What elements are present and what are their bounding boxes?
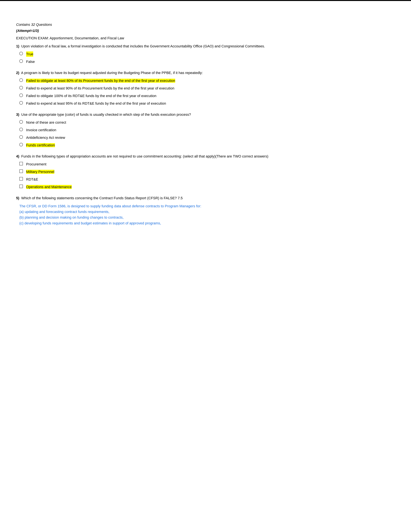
answer-5-line-1: The CFSR, or DD Form 1586, is designed t…: [19, 203, 395, 209]
option-q4-c[interactable]: RDT&E: [16, 177, 395, 182]
question-2-text: 2) A program is likely to have its budge…: [16, 70, 395, 76]
radio-q1-b[interactable]: [19, 59, 23, 63]
option-q3-a[interactable]: None of these are correct: [16, 120, 395, 125]
page-container: Contains 32 Questions (Attempt=1/3) EXEC…: [0, 0, 411, 532]
question-2: 2) A program is likely to have its budge…: [16, 70, 395, 106]
option-q2-d[interactable]: Failed to expend at least 95% of its RDT…: [16, 101, 395, 106]
option-q4-d[interactable]: Operations and Maintenance: [16, 184, 395, 190]
radio-q3-c[interactable]: [19, 135, 23, 139]
question-3-number: 3): [16, 113, 19, 116]
option-q3-d[interactable]: Funds certification: [16, 142, 395, 148]
question-4-text: 4) Funds in the following types of appro…: [16, 154, 395, 159]
checkbox-q4-b[interactable]: [19, 170, 23, 173]
option-q4-c-text: RDT&E: [26, 177, 38, 182]
question-5-text: 5) Which of the following statements con…: [16, 195, 395, 201]
question-4-number: 4): [16, 154, 19, 158]
radio-q3-d[interactable]: [19, 143, 23, 146]
top-border: [0, 0, 411, 1]
option-q2-c[interactable]: Failed to obligate 100% of its RDT&E fun…: [16, 93, 395, 98]
radio-q3-b[interactable]: [19, 128, 23, 131]
question-1-number: 1): [16, 44, 19, 48]
option-q4-d-text: Operations and Maintenance: [26, 184, 72, 190]
radio-q1-a[interactable]: [19, 52, 23, 55]
contains-label: Contains 32 Questions: [16, 23, 395, 27]
option-q3-b-text: Invoice certification: [26, 127, 56, 133]
option-q2-c-text: Failed to obligate 100% of its RDT&E fun…: [26, 93, 156, 98]
option-q3-c[interactable]: Antideficiency Act review: [16, 135, 395, 140]
option-q2-a-text: Failed to obligate at least 80% of its P…: [26, 78, 175, 83]
option-q1-a[interactable]: True: [16, 51, 395, 57]
content-area: Contains 32 Questions (Attempt=1/3) EXEC…: [16, 23, 395, 226]
question-5-answer: The CFSR, or DD Form 1586, is designed t…: [16, 203, 395, 226]
question-2-number: 2): [16, 71, 19, 75]
radio-q2-d[interactable]: [19, 101, 23, 105]
option-q1-a-text: True: [26, 51, 33, 57]
option-q1-b[interactable]: False: [16, 59, 395, 64]
option-q3-b[interactable]: Invoice certification: [16, 127, 395, 133]
radio-q3-a[interactable]: [19, 120, 23, 124]
option-q4-b-text: Military Personnel: [26, 169, 54, 174]
radio-q2-c[interactable]: [19, 94, 23, 97]
answer-5-line-3: (b) planning and decision making on fund…: [19, 215, 395, 220]
answer-5-line-2: (a) updating and forecasting contract fu…: [19, 209, 395, 215]
attempt-label: (Attempt=1/3): [16, 29, 395, 33]
question-1-text: 1) Upon violation of a fiscal law, a for…: [16, 44, 395, 49]
exam-title: EXECUTION EXAM: Apportionment, Documenta…: [16, 36, 395, 40]
option-q3-a-text: None of these are correct: [26, 120, 66, 125]
question-4: 4) Funds in the following types of appro…: [16, 154, 395, 190]
option-q2-b-text: Failed to expend at least 90% of its Pro…: [26, 86, 174, 91]
option-q1-b-text: False: [26, 59, 35, 64]
checkbox-q4-d[interactable]: [19, 185, 23, 188]
checkbox-q4-a[interactable]: [19, 162, 23, 165]
radio-q2-b[interactable]: [19, 86, 23, 89]
option-q2-a[interactable]: Failed to obligate at least 80% of its P…: [16, 78, 395, 83]
question-5-number: 5): [16, 196, 19, 200]
option-q4-a[interactable]: Procurement: [16, 162, 395, 167]
radio-q2-a[interactable]: [19, 78, 23, 82]
option-q2-b[interactable]: Failed to expend at least 90% of its Pro…: [16, 86, 395, 91]
answer-5-line-4: (c) developing funds requirements and bu…: [19, 220, 395, 226]
question-3-text: 3) Use of the appropriate type (color) o…: [16, 112, 395, 117]
option-q3-d-text: Funds certification: [26, 142, 55, 148]
option-q3-c-text: Antideficiency Act review: [26, 135, 65, 140]
option-q2-d-text: Failed to expend at least 95% of its RDT…: [26, 101, 166, 106]
question-3: 3) Use of the appropriate type (color) o…: [16, 112, 395, 148]
checkbox-q4-c[interactable]: [19, 177, 23, 180]
question-5: 5) Which of the following statements con…: [16, 195, 395, 226]
option-q4-a-text: Procurement: [26, 162, 47, 167]
option-q4-b[interactable]: Military Personnel: [16, 169, 395, 174]
question-1: 1) Upon violation of a fiscal law, a for…: [16, 44, 395, 64]
